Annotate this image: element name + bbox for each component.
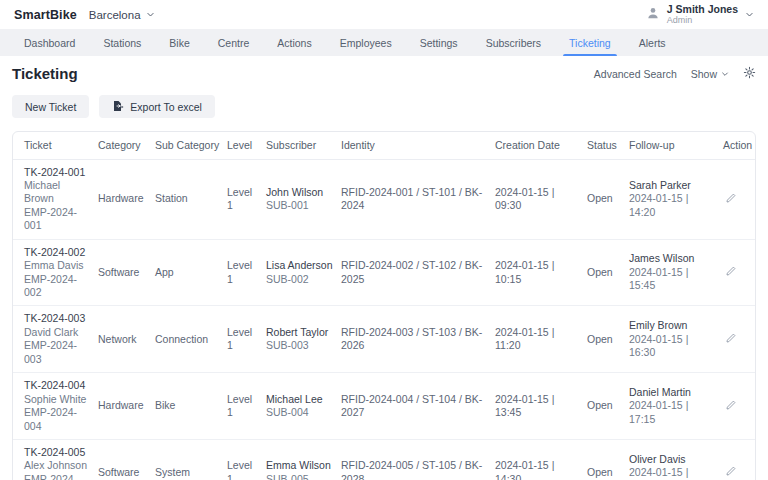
new-ticket-button[interactable]: New Ticket <box>12 95 89 118</box>
pencil-icon <box>725 265 737 280</box>
sub-category: System <box>155 466 190 478</box>
nav-item-stations[interactable]: Stations <box>89 29 155 56</box>
table-row: TK-2024-004 Sophie White EMP-2024-004 Ha… <box>13 373 756 440</box>
city-selector-label: Barcelona <box>89 9 141 21</box>
user-name: J Smith Jones <box>667 3 738 15</box>
top-bar: SmartBike Barcelona J Smith Jones Admin <box>0 0 768 29</box>
nav-item-subscribers[interactable]: Subscribers <box>472 29 555 56</box>
ticket-id: TK-2024-005 <box>24 446 92 459</box>
employee-id: EMP-2024-001 <box>24 206 92 233</box>
level: Level 1 <box>227 186 252 211</box>
followup-name: James Wilson <box>629 252 717 265</box>
edit-ticket-button[interactable] <box>723 330 739 349</box>
nav-item-actions[interactable]: Actions <box>263 29 325 56</box>
user-menu[interactable]: J Smith Jones Admin <box>646 3 754 25</box>
reporter: Michael Brown <box>24 179 92 206</box>
level: Level 1 <box>227 326 252 351</box>
col-header-status: Status <box>587 132 629 159</box>
nav-item-centre[interactable]: Centre <box>204 29 264 56</box>
col-header-subscriber: Subscriber <box>266 132 341 159</box>
edit-ticket-button[interactable] <box>723 397 739 416</box>
table-header-row: Ticket Category Sub Category Level Subsc… <box>13 132 756 159</box>
category: Hardware <box>98 399 144 411</box>
col-header-follow-up: Follow-up <box>629 132 723 159</box>
show-dropdown[interactable]: Show <box>691 68 729 80</box>
employee-id: EMP-2024-003 <box>24 339 92 366</box>
subscriber-id: SUB-004 <box>266 406 335 419</box>
advanced-search-label: Advanced Search <box>594 68 677 80</box>
table-row: TK-2024-005 Alex Johnson EMP-2024-005 So… <box>13 439 756 480</box>
edit-ticket-button[interactable] <box>723 190 739 209</box>
sub-category: Station <box>155 192 188 204</box>
pencil-icon <box>725 192 737 207</box>
subscriber-name: John Wilson <box>266 186 335 199</box>
followup-date: 2024-01-15 | 16:30 <box>629 333 717 360</box>
pencil-icon <box>725 399 737 414</box>
main-content: Ticketing Advanced Search Show New Ticke… <box>0 65 768 480</box>
nav-item-alerts[interactable]: Alerts <box>625 29 680 56</box>
category: Software <box>98 266 139 278</box>
ticket-id: TK-2024-001 <box>24 166 92 179</box>
main-nav: Dashboard Stations Bike Centre Actions E… <box>0 29 768 56</box>
gear-icon <box>743 66 756 81</box>
nav-item-employees[interactable]: Employees <box>326 29 406 56</box>
category: Hardware <box>98 192 144 204</box>
followup-name: Oliver Davis <box>629 453 717 466</box>
subscriber-name: Robert Taylor <box>266 326 335 339</box>
level: Level 1 <box>227 459 252 480</box>
subscriber-name: Michael Lee <box>266 393 335 406</box>
nav-item-settings[interactable]: Settings <box>406 29 472 56</box>
col-header-action: Action <box>723 132 756 159</box>
nav-item-dashboard[interactable]: Dashboard <box>10 29 89 56</box>
page-title: Ticketing <box>12 65 78 82</box>
user-avatar-icon <box>646 6 660 24</box>
chevron-down-icon <box>146 10 155 19</box>
subscriber-id: SUB-005 <box>266 473 335 480</box>
user-chevron-down-icon <box>745 10 754 19</box>
col-header-sub-category: Sub Category <box>155 132 227 159</box>
subscriber-id: SUB-003 <box>266 339 335 352</box>
advanced-search-link[interactable]: Advanced Search <box>594 68 677 80</box>
col-header-level: Level <box>227 132 266 159</box>
category: Network <box>98 333 137 345</box>
followup-name: Sarah Parker <box>629 179 717 192</box>
export-to-excel-button[interactable]: Export To excel <box>99 95 215 118</box>
employee-id: EMP-2024-005 <box>24 473 92 480</box>
followup-name: Daniel Martin <box>629 386 717 399</box>
reporter: Sophie White <box>24 393 92 406</box>
level: Level 1 <box>227 259 252 284</box>
ticket-id: TK-2024-003 <box>24 312 92 325</box>
col-header-identity: Identity <box>341 132 495 159</box>
creation-date: 2024-01-15 | 11:20 <box>495 326 554 351</box>
edit-ticket-button[interactable] <box>723 463 739 480</box>
subscriber-id: SUB-001 <box>266 199 335 212</box>
identity: RFID-2024-003 / ST-103 / BK-2026 <box>341 326 482 351</box>
nav-item-bike[interactable]: Bike <box>155 29 203 56</box>
creation-date: 2024-01-15 | 14:30 <box>495 459 554 480</box>
ticket-id: TK-2024-002 <box>24 246 92 259</box>
settings-gear-button[interactable] <box>743 66 756 81</box>
nav-item-ticketing[interactable]: Ticketing <box>555 29 625 56</box>
edit-ticket-button[interactable] <box>723 263 739 282</box>
export-icon <box>112 100 124 114</box>
tickets-table: Ticket Category Sub Category Level Subsc… <box>12 131 756 480</box>
sub-category: Bike <box>155 399 175 411</box>
followup-date: 2024-01-15 | 17:15 <box>629 399 717 426</box>
followup-date: 2024-01-15 | 18:00 <box>629 466 717 480</box>
city-selector[interactable]: Barcelona <box>89 9 155 21</box>
creation-date: 2024-01-15 | 13:45 <box>495 393 554 418</box>
identity: RFID-2024-005 / ST-105 / BK-2028 <box>341 459 482 480</box>
creation-date: 2024-01-15 | 10:15 <box>495 259 554 284</box>
identity: RFID-2024-004 / ST-104 / BK-2027 <box>341 393 482 418</box>
employee-id: EMP-2024-002 <box>24 273 92 300</box>
followup-name: Emily Brown <box>629 319 717 332</box>
table-row: TK-2024-001 Michael Brown EMP-2024-001 H… <box>13 159 756 239</box>
show-chevron-down-icon <box>721 70 729 78</box>
reporter: Alex Johnson <box>24 459 92 472</box>
employee-id: EMP-2024-004 <box>24 406 92 433</box>
status-label: Open <box>587 399 613 411</box>
export-to-excel-label: Export To excel <box>130 101 202 113</box>
col-header-creation-date: Creation Date <box>495 132 587 159</box>
followup-date: 2024-01-15 | 15:45 <box>629 266 717 293</box>
level: Level 1 <box>227 393 252 418</box>
